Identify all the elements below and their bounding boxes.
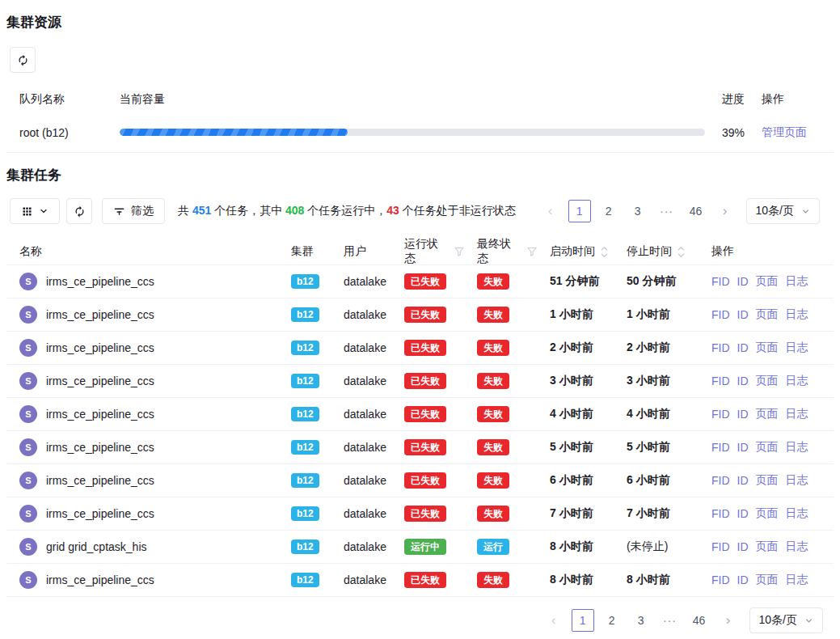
fid-link[interactable]: FID xyxy=(711,441,730,454)
id-link[interactable]: ID xyxy=(737,408,749,421)
stop-time: 3 小时前 xyxy=(614,374,699,388)
funnel-filter-icon[interactable] xyxy=(527,247,537,256)
log-link[interactable]: 日志 xyxy=(786,540,808,554)
pagination-prev[interactable]: ‹ xyxy=(539,200,562,222)
filter-lines-icon xyxy=(113,205,125,218)
avatar: S xyxy=(19,505,37,523)
page-link[interactable]: 页面 xyxy=(756,341,779,355)
progress-bar xyxy=(120,129,348,136)
pagination-ellipsis[interactable]: ··· xyxy=(656,200,678,222)
log-link[interactable]: 日志 xyxy=(786,407,808,421)
page-link[interactable]: 页面 xyxy=(756,573,779,587)
nonrunning-count: 43 xyxy=(386,204,399,217)
row-actions: FIDID页面日志 xyxy=(699,307,834,322)
page-size-select[interactable]: 10条/页 xyxy=(749,607,823,633)
col-queue-name: 队列名称 xyxy=(6,92,120,107)
row-actions: FIDID页面日志 xyxy=(699,341,834,355)
fid-link[interactable]: FID xyxy=(711,540,730,553)
fid-link[interactable]: FID xyxy=(711,573,730,586)
id-link[interactable]: ID xyxy=(737,308,749,321)
start-time: 2 小时前 xyxy=(537,341,614,355)
pagination-page-3[interactable]: 3 xyxy=(627,200,649,222)
id-link[interactable]: ID xyxy=(737,474,749,487)
resource-row: root (b12) 39% 管理页面 xyxy=(6,112,834,153)
log-link[interactable]: 日志 xyxy=(786,506,808,521)
pagination-page-46[interactable]: 46 xyxy=(685,200,707,222)
pagination-page-1[interactable]: 1 xyxy=(572,609,594,632)
pagination-prev[interactable]: ‹ xyxy=(542,609,565,632)
page-link[interactable]: 页面 xyxy=(756,440,779,455)
id-link[interactable]: ID xyxy=(737,540,749,553)
page-link[interactable]: 页面 xyxy=(756,374,779,388)
run-status-badge: 已失败 xyxy=(404,472,446,489)
avatar: S xyxy=(19,339,37,357)
fid-link[interactable]: FID xyxy=(711,507,730,520)
pagination-next[interactable]: › xyxy=(714,200,737,222)
table-row: S grid grid_cptask_his b12 datalake 运行中 … xyxy=(6,531,834,564)
id-link[interactable]: ID xyxy=(737,573,749,586)
chevron-down-icon xyxy=(804,616,813,625)
pagination-next[interactable]: › xyxy=(717,609,740,632)
cluster-badge: b12 xyxy=(291,307,319,322)
pagination-page-2[interactable]: 2 xyxy=(601,609,623,632)
resources-refresh-button[interactable] xyxy=(10,47,36,73)
page-size-value: 10条/页 xyxy=(759,613,797,628)
avatar: S xyxy=(19,438,37,456)
log-link[interactable]: 日志 xyxy=(786,274,808,289)
sort-icon[interactable] xyxy=(601,246,608,258)
manage-page-link[interactable]: 管理页面 xyxy=(762,125,807,138)
fid-link[interactable]: FID xyxy=(711,474,730,487)
id-link[interactable]: ID xyxy=(737,275,749,288)
page-link[interactable]: 页面 xyxy=(756,407,779,421)
log-link[interactable]: 日志 xyxy=(786,374,808,388)
avatar: S xyxy=(19,538,37,556)
pagination-page-1[interactable]: 1 xyxy=(568,200,591,222)
table-row: S irms_ce_pipeline_ccs b12 datalake 已失败 … xyxy=(6,298,834,332)
row-actions: FIDID页面日志 xyxy=(699,506,834,521)
filter-button[interactable]: 筛选 xyxy=(102,198,165,224)
cluster-resources-section: 集群资源 队列名称 当前容量 进度 操作 root (b12) xyxy=(6,0,834,153)
pagination-page-3[interactable]: 3 xyxy=(630,609,652,632)
run-status-badge: 已失败 xyxy=(404,439,446,455)
tasks-refresh-button[interactable] xyxy=(66,198,92,224)
page-link[interactable]: 页面 xyxy=(756,506,779,521)
funnel-filter-icon[interactable] xyxy=(454,247,464,256)
user-cell: datalake xyxy=(331,341,391,354)
log-link[interactable]: 日志 xyxy=(786,307,808,322)
task-summary: 共 451 个任务，其中 408 个任务运行中，43 个任务处于非运行状态 xyxy=(178,204,516,218)
page-link[interactable]: 页面 xyxy=(756,307,779,322)
pagination-ellipsis[interactable]: ··· xyxy=(659,609,682,632)
layout-dropdown-button[interactable] xyxy=(10,198,60,224)
fid-link[interactable]: FID xyxy=(711,308,730,321)
page-link[interactable]: 页面 xyxy=(756,274,779,289)
fid-link[interactable]: FID xyxy=(711,375,730,387)
row-actions: FIDID页面日志 xyxy=(699,374,834,388)
log-link[interactable]: 日志 xyxy=(786,473,808,488)
id-link[interactable]: ID xyxy=(737,375,749,387)
col-resource-action: 操作 xyxy=(762,92,834,107)
page-link[interactable]: 页面 xyxy=(756,540,779,554)
stop-time: 8 小时前 xyxy=(614,573,699,587)
fid-link[interactable]: FID xyxy=(711,408,730,421)
final-status-badge: 运行 xyxy=(477,539,509,555)
sort-icon[interactable] xyxy=(677,246,685,258)
task-name: irms_ce_pipeline_ccs xyxy=(46,573,154,586)
log-link[interactable]: 日志 xyxy=(786,573,808,587)
pagination-page-46[interactable]: 46 xyxy=(688,609,711,632)
cluster-badge: b12 xyxy=(291,274,319,289)
table-row: S irms_ce_pipeline_ccs b12 datalake 已失败 … xyxy=(6,564,834,597)
task-name: grid grid_cptask_his xyxy=(46,540,147,553)
id-link[interactable]: ID xyxy=(737,507,749,520)
stop-time: 1 小时前 xyxy=(614,307,699,322)
log-link[interactable]: 日志 xyxy=(786,440,808,455)
pagination-page-2[interactable]: 2 xyxy=(597,200,620,222)
id-link[interactable]: ID xyxy=(737,441,749,454)
col-stop-time: 停止时间 xyxy=(627,244,672,259)
fid-link[interactable]: FID xyxy=(711,341,730,354)
fid-link[interactable]: FID xyxy=(711,275,730,288)
id-link[interactable]: ID xyxy=(737,341,749,354)
stop-time: 6 小时前 xyxy=(614,473,699,488)
log-link[interactable]: 日志 xyxy=(786,341,808,355)
page-link[interactable]: 页面 xyxy=(756,473,779,488)
page-size-select[interactable]: 10条/页 xyxy=(746,198,820,224)
